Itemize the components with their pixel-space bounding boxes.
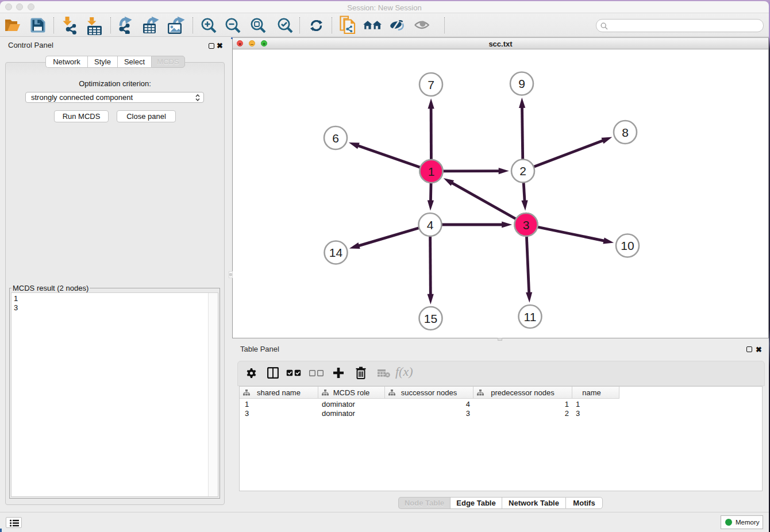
svg-text:7: 7 bbox=[428, 78, 434, 91]
svg-text:3: 3 bbox=[523, 218, 530, 232]
svg-text:1: 1 bbox=[428, 165, 435, 178]
svg-text:10: 10 bbox=[621, 239, 634, 252]
svg-text:8: 8 bbox=[622, 126, 629, 139]
svg-text:2: 2 bbox=[519, 164, 526, 178]
svg-text:4: 4 bbox=[427, 218, 434, 232]
svg-text:14: 14 bbox=[329, 246, 343, 259]
svg-text:6: 6 bbox=[332, 132, 339, 145]
svg-text:15: 15 bbox=[424, 312, 437, 325]
svg-text:11: 11 bbox=[524, 310, 537, 323]
svg-text:9: 9 bbox=[518, 77, 525, 90]
